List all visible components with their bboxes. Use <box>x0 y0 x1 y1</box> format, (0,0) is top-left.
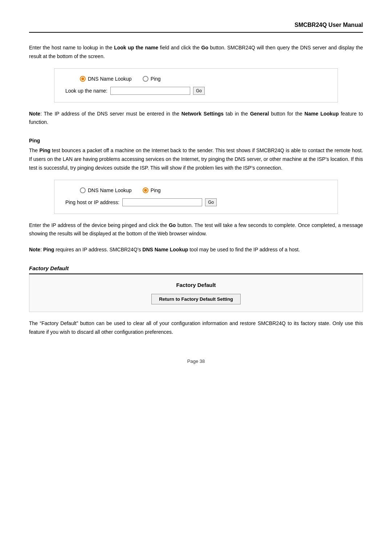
dns-radio-circle2[interactable] <box>80 187 86 193</box>
note-mid: tab in the <box>224 111 250 117</box>
dns-radio-item2[interactable]: DNS Name Lookup <box>80 187 132 193</box>
ping-host-label: Ping host or IP address: <box>65 199 119 205</box>
factory-note-paragraph: The “Factory Default” button can be used… <box>29 319 363 337</box>
note-label: Note <box>29 111 40 117</box>
intro-bold-go: Go <box>201 45 208 50</box>
factory-default-header-text: Factory Default <box>29 265 69 271</box>
dns-radio-circle[interactable] <box>80 76 86 82</box>
ping-radio-item2[interactable]: Ping <box>143 187 161 193</box>
lookup-input-row: Look up the name: Go <box>65 87 205 95</box>
factory-default-button-center: Return to Factory Default Setting <box>40 294 352 304</box>
ping-text-end: test bounces a packet off a machine on t… <box>29 147 363 171</box>
ping-demo-box: DNS Name Lookup Ping Ping host or IP add… <box>54 180 338 214</box>
enter-ip-text: Enter the IP address of the device being… <box>29 222 169 228</box>
note-end: button for the <box>269 111 305 117</box>
page-number: Page 38 <box>187 358 205 364</box>
enter-ip-bold: Go <box>169 222 176 228</box>
ping-radio-label2: Ping <box>151 187 161 193</box>
page-container: SMCBR24Q User Manual Enter the host name… <box>0 0 392 555</box>
dns-radio-label2: DNS Name Lookup <box>88 187 132 193</box>
header-title: SMCBR24Q User Manual <box>295 22 363 28</box>
ping-input[interactable] <box>122 198 202 206</box>
note2-bold-dns: DNS Name Lookup <box>142 247 188 252</box>
lookup-go-button[interactable]: Go <box>193 87 205 95</box>
note2-mid: requires an IP address. SMCBR24Q’s <box>54 247 142 252</box>
ping-radio-row: DNS Name Lookup Ping <box>65 187 161 193</box>
intro-text-start: Enter the host name to lookup in the <box>29 45 114 50</box>
intro-text-mid: field and click the <box>158 45 201 50</box>
dns-radio-label: DNS Name Lookup <box>88 76 132 82</box>
factory-default-section: Factory Default Factory Default Return t… <box>29 265 363 312</box>
ping-radio-circle[interactable] <box>143 76 148 82</box>
factory-default-header: Factory Default <box>29 265 363 274</box>
note2-bold-ping: Ping <box>43 247 54 252</box>
factory-note-text: The “Factory Default” button can be used… <box>29 320 363 335</box>
dns-radio-item[interactable]: DNS Name Lookup <box>80 76 132 82</box>
note2-label: Note <box>29 247 40 252</box>
lookup-label: Look up the name: <box>65 88 107 94</box>
intro-bold-lookup: Look up the name <box>114 45 158 50</box>
intro-paragraph: Enter the host name to lookup in the Loo… <box>29 44 363 61</box>
ping-radio-item[interactable]: Ping <box>143 76 161 82</box>
ping-go-button[interactable]: Go <box>205 198 217 206</box>
note-text: : The IP address of the DNS server must … <box>40 111 181 117</box>
ping-paragraph: The Ping test bounces a packet off a mac… <box>29 146 363 172</box>
ping-text-start: The <box>29 147 39 153</box>
ping-bold: Ping <box>39 147 50 153</box>
page-header: SMCBR24Q User Manual <box>29 22 363 33</box>
return-to-factory-default-button[interactable]: Return to Factory Default Setting <box>151 294 241 304</box>
note2-text: : <box>40 247 43 252</box>
dns-radio-row: DNS Name Lookup Ping <box>65 76 161 82</box>
note-bold-namelookup: Name Lookup <box>305 111 339 117</box>
note2-end: tool may be used to find the IP address … <box>188 247 300 252</box>
page-footer: Page 38 <box>29 358 363 364</box>
ping-input-row: Ping host or IP address: Go <box>65 198 217 206</box>
note-bold-network: Network Settings <box>181 111 224 117</box>
note-bold-general: General <box>250 111 269 117</box>
ping-heading: Ping <box>29 138 363 143</box>
factory-default-box: Factory Default Return to Factory Defaul… <box>29 274 363 312</box>
dns-lookup-demo-box: DNS Name Lookup Ping Look up the name: G… <box>54 68 338 102</box>
ping-radio-circle2[interactable] <box>143 187 148 193</box>
factory-default-box-title: Factory Default <box>40 282 352 288</box>
note-paragraph: Note: The IP address of the DNS server m… <box>29 110 363 127</box>
note2-paragraph: Note: Ping requires an IP address. SMCBR… <box>29 246 363 254</box>
lookup-input[interactable] <box>110 87 190 95</box>
ping-radio-label: Ping <box>151 76 161 82</box>
enter-ip-paragraph: Enter the IP address of the device being… <box>29 221 363 239</box>
